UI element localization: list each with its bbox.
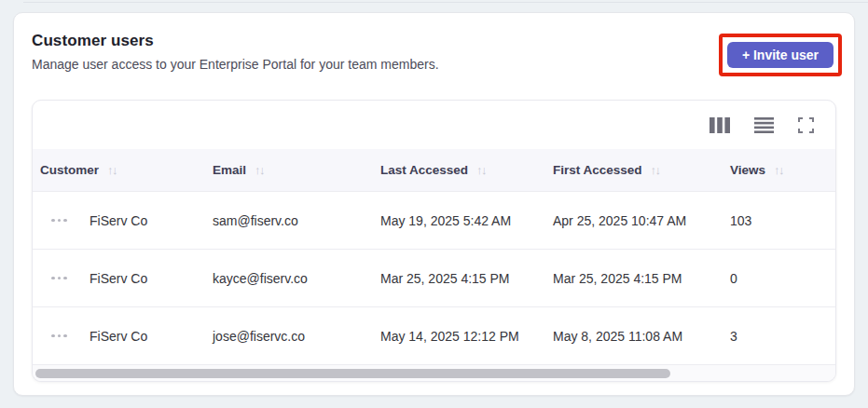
column-header-first-accessed[interactable]: First Accessed ↑↓ [545, 163, 723, 177]
customer-cell: FiServ Co [33, 271, 205, 286]
sort-icon[interactable]: ↑↓ [774, 163, 783, 177]
table-toolbar [33, 101, 835, 149]
sort-icon[interactable]: ↑↓ [651, 163, 660, 177]
columns-icon[interactable] [710, 117, 730, 133]
page-title: Customer users [32, 32, 439, 50]
email-cell: sam@fiserv.co [205, 213, 373, 228]
table-row[interactable]: FiServ Co jose@fiservc.co May 14, 2025 1… [33, 306, 835, 364]
views-cell: 3 [723, 329, 835, 344]
last-accessed-cell: May 19, 2025 5:42 AM [373, 213, 545, 228]
views-cell: 0 [723, 271, 835, 286]
row-actions-icon[interactable] [51, 219, 74, 223]
sort-icon[interactable]: ↑↓ [476, 163, 486, 177]
scrollbar-thumb[interactable] [35, 369, 670, 378]
table-header-row: Customer ↑↓ Email ↑↓ Last Accessed ↑↓ Fi… [33, 149, 835, 191]
last-accessed-cell: Mar 25, 2025 4:15 PM [373, 271, 545, 286]
customer-name: FiServ Co [90, 213, 147, 228]
table-row[interactable]: FiServ Co kayce@fiserv.co Mar 25, 2025 4… [33, 249, 835, 306]
last-accessed-cell: May 14, 2025 12:12 PM [373, 329, 545, 344]
page-subtitle: Manage user access to your Enterprise Po… [32, 57, 439, 72]
column-header-views[interactable]: Views ↑↓ [723, 163, 835, 177]
panel-header: Customer users Manage user access to you… [14, 13, 854, 88]
first-accessed-cell: May 8, 2025 11:08 AM [545, 329, 723, 344]
row-actions-icon[interactable] [51, 334, 74, 338]
customer-users-panel: Customer users Manage user access to you… [13, 12, 855, 396]
email-cell: kayce@fiserv.co [205, 271, 373, 286]
heading-block: Customer users Manage user access to you… [32, 32, 439, 72]
first-accessed-cell: Apr 25, 2025 10:47 AM [545, 213, 723, 228]
first-accessed-cell: Mar 25, 2025 4:15 PM [545, 271, 723, 286]
users-table-card: Customer ↑↓ Email ↑↓ Last Accessed ↑↓ Fi… [32, 100, 836, 382]
email-cell: jose@fiservc.co [205, 329, 373, 344]
customer-cell: FiServ Co [33, 329, 205, 344]
sort-icon[interactable]: ↑↓ [107, 163, 117, 177]
customer-name: FiServ Co [90, 329, 147, 344]
customer-cell: FiServ Co [33, 213, 205, 228]
column-header-email[interactable]: Email ↑↓ [205, 163, 373, 177]
column-header-last-accessed[interactable]: Last Accessed ↑↓ [373, 163, 545, 177]
table-row[interactable]: FiServ Co sam@fiserv.co May 19, 2025 5:4… [33, 191, 835, 249]
sort-icon[interactable]: ↑↓ [255, 163, 264, 177]
fullscreen-icon[interactable] [798, 117, 814, 133]
views-cell: 103 [723, 213, 835, 228]
horizontal-scrollbar[interactable] [33, 364, 835, 381]
density-icon[interactable] [754, 117, 774, 133]
invite-user-button[interactable]: + Invite user [727, 42, 834, 68]
column-header-customer[interactable]: Customer ↑↓ [33, 163, 205, 177]
row-actions-icon[interactable] [51, 277, 74, 280]
annotation-highlight-box: + Invite user [719, 34, 842, 76]
customer-name: FiServ Co [90, 271, 147, 286]
top-divider [23, 2, 868, 3]
